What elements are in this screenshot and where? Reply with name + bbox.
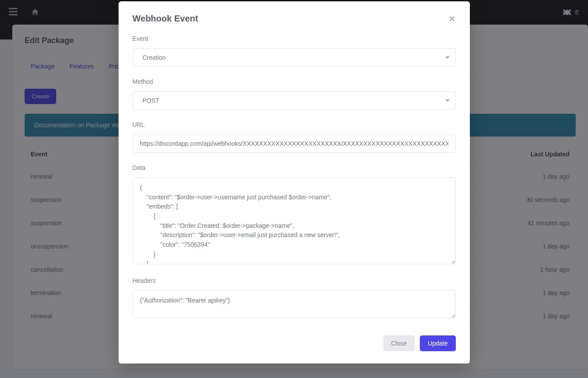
modal-title: Webhook Event (133, 14, 198, 24)
data-label: Data (133, 164, 456, 171)
event-label: Event (133, 35, 456, 42)
url-label: URL (133, 121, 456, 128)
method-select[interactable]: POST (133, 91, 456, 110)
headers-textarea[interactable] (133, 290, 456, 318)
headers-label: Headers (133, 277, 456, 284)
url-input[interactable] (133, 134, 456, 153)
data-textarea[interactable] (133, 177, 456, 264)
close-button[interactable]: Close (383, 335, 415, 351)
update-button[interactable]: Update (420, 335, 455, 351)
method-label: Method (133, 78, 456, 85)
close-icon[interactable]: ✕ (448, 14, 456, 23)
webhook-event-modal: Webhook Event ✕ Event Creation Method PO… (119, 1, 470, 364)
event-select[interactable]: Creation (133, 48, 456, 67)
